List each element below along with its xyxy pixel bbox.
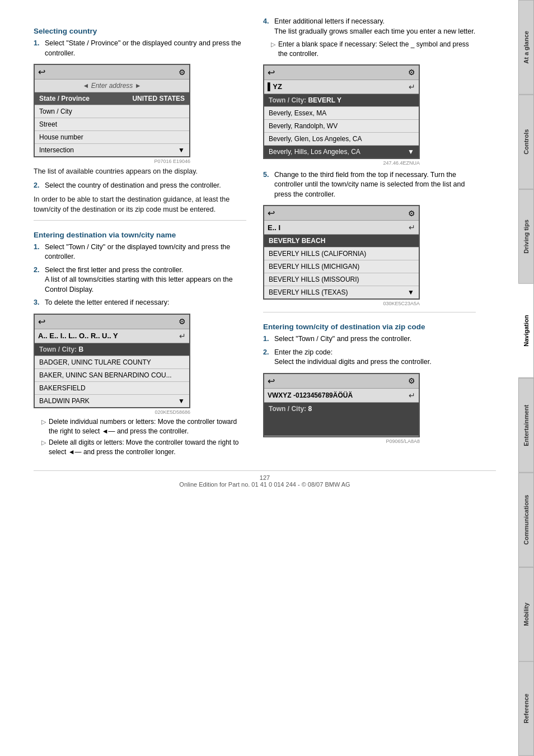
town-city-row[interactable]: Town / City	[35, 105, 189, 118]
enter-dest-step-2: 2. Select the first letter and press the…	[34, 265, 246, 295]
tab-controls[interactable]: Controls	[518, 95, 534, 189]
back-icon[interactable]: ↩	[38, 67, 45, 77]
section-divider-2	[263, 312, 476, 312]
zip-entry-box: ↩ ⚙ VWXYZ -0123456789ÄÖÜÄ ↵ Town / City:…	[263, 373, 420, 437]
beverly-randolph-row[interactable]: Beverly, Randolph, WV	[264, 120, 419, 133]
tab-mobility[interactable]: Mobility	[518, 567, 534, 662]
house-number-row[interactable]: House number	[35, 131, 189, 144]
settings-icon-5[interactable]: ⚙	[408, 376, 415, 385]
beverly-essex-row[interactable]: Beverly, Essex, MA	[264, 107, 419, 120]
beverly-search-box: ↩ ⚙ ▌YZ ↵ Town / City: BEVERL Y Beverly,…	[263, 64, 420, 159]
letter-input-row[interactable]: A.. E.. I.. L.. O.. R.. U.. Y ↵	[35, 329, 189, 343]
beverly-box-caption: 247.46.4EZNUA	[263, 160, 420, 166]
beverly-list-caption: 030KE5C23A5A	[263, 301, 420, 306]
selecting-step-1: 1. Select "State / Province" or the disp…	[34, 39, 246, 58]
badger-row[interactable]: BADGER, UNINC TULARE COUNTY	[35, 356, 189, 369]
selecting-country-heading: Selecting country	[34, 27, 246, 35]
settings-icon-4[interactable]: ⚙	[408, 209, 415, 218]
baker-row[interactable]: BAKER, UNINC SAN BERNARDINO COU...	[35, 369, 189, 382]
page-footer: 127 Online Edition for Part no. 01 41 0 …	[34, 470, 496, 488]
settings-icon[interactable]: ⚙	[179, 68, 186, 77]
countries-note: The list of available countries appears …	[34, 166, 246, 176]
beverl-y-row: Town / City: BEVERL Y	[264, 94, 419, 107]
tab-driving-tips[interactable]: Driving tips	[518, 189, 534, 284]
zip-step-2: 2. Enter the zip code:Select the individ…	[263, 348, 476, 367]
destination-note: In order to be able to start the destina…	[34, 194, 246, 214]
selecting-country-step2: 2. Select the country of destination and…	[34, 181, 246, 191]
letter-select-box: ↩ ⚙ A.. E.. I.. L.. O.. R.. U.. Y ↵ Town…	[34, 314, 190, 408]
delete-bullet-2: ▷ Delete all digits or letters: Move the…	[41, 438, 246, 457]
delete-bullets: ▷ Delete individual numbers or letters: …	[41, 417, 246, 457]
entering-destination-steps: 1. Select "Town / City" or the displayed…	[34, 242, 246, 308]
state-province-row[interactable]: State / Province UNITED STATES	[35, 92, 189, 105]
zip-town-row: Town / City: 8	[264, 403, 419, 436]
zip-input-row[interactable]: VWXYZ -0123456789ÄÖÜÄ ↵	[264, 389, 419, 403]
selecting-country-steps: 1. Select "State / Province" or the disp…	[34, 39, 246, 58]
step4-list: 4. Enter additional letters if necessary…	[263, 17, 476, 36]
beverly-header: ↩ ⚙	[264, 66, 419, 80]
settings-icon-2[interactable]: ⚙	[179, 317, 186, 326]
entering-destination-heading: Entering destination via town/city name	[34, 231, 246, 239]
left-column: Selecting country 1. Select "State / Pro…	[34, 17, 246, 459]
enter-dest-step-3: 3. To delete the letter entered if neces…	[34, 298, 246, 308]
beverly-glen-row[interactable]: Beverly, Glen, Los Angeles, CA	[264, 133, 419, 146]
tab-entertainment[interactable]: Entertainment	[518, 378, 534, 473]
intersection-row[interactable]: Intersection ▼	[35, 144, 189, 156]
section-divider	[34, 220, 246, 221]
zip-step-1: 1. Select "Town / City" and press the co…	[263, 334, 476, 344]
back-icon-4[interactable]: ↩	[268, 208, 275, 218]
tab-reference[interactable]: Reference	[518, 661, 534, 756]
enter-address-title: ◄ Enter address ►	[35, 80, 189, 92]
step4-bullet: ▷ Enter a blank space if necessary: Sele…	[271, 40, 476, 59]
zip-box-caption: P09065/LA8A8	[263, 438, 420, 444]
back-icon-5[interactable]: ↩	[268, 376, 275, 386]
baldwin-row[interactable]: BALDWIN PARK ▼	[35, 395, 189, 407]
entering-zip-steps: 1. Select "Town / City" and press the co…	[263, 334, 476, 367]
beverly-input-row[interactable]: ▌YZ ↵	[264, 80, 419, 94]
footer-text: Online Edition for Part no. 01 41 0 014 …	[179, 481, 350, 488]
zip-header: ↩ ⚙	[264, 374, 419, 389]
delete-bullet-1: ▷ Delete individual numbers or letters: …	[41, 417, 246, 436]
letter-box-caption: 020KE5D58686	[34, 409, 190, 415]
right-column: 4. Enter additional letters if necessary…	[263, 17, 476, 459]
beverly-beach-row[interactable]: BEVERLY BEACH	[264, 235, 419, 248]
beverly-hills-la-row[interactable]: Beverly, Hills, Los Angeles, CA ▼	[264, 146, 419, 158]
page-number: 127	[260, 474, 270, 481]
bakersfield-row[interactable]: BAKERSFIELD	[35, 382, 189, 395]
step-5: 5. Change to the third field from the to…	[263, 170, 476, 200]
tab-at-a-glance[interactable]: At a glance	[518, 0, 534, 95]
step-4: 4. Enter additional letters if necessary…	[263, 17, 476, 36]
main-content: Selecting country 1. Select "State / Pro…	[0, 0, 518, 756]
street-row[interactable]: Street	[35, 118, 189, 131]
back-icon-2[interactable]: ↩	[38, 316, 45, 327]
back-icon-3[interactable]: ↩	[268, 67, 275, 78]
beverly-list-box: ↩ ⚙ E.. I ↵ BEVERLY BEACH BEVERLY HILLS …	[263, 205, 420, 300]
beverly-hills-ca-row[interactable]: BEVERLY HILLS (CALIFORNIA)	[264, 248, 419, 260]
step5-list: 5. Change to the third field from the to…	[263, 170, 476, 200]
enter-dest-step-1: 1. Select "Town / City" or the displayed…	[34, 242, 246, 262]
blank-space-bullet: ▷ Enter a blank space if necessary: Sele…	[271, 40, 476, 59]
entering-zip-heading: Entering town/city of destination via zi…	[263, 323, 476, 331]
settings-icon-3[interactable]: ⚙	[408, 68, 415, 77]
beverly-hills-tx-row[interactable]: BEVERLY HILLS (TEXAS) ▼	[264, 286, 419, 298]
tab-navigation[interactable]: Navigation	[518, 283, 534, 378]
tab-communications[interactable]: Communications	[518, 473, 534, 567]
address-menu-box: ↩ ⚙ ◄ Enter address ► State / Province U…	[34, 64, 190, 157]
town-city-b-row: Town / City: B	[35, 343, 189, 356]
address-menu-header: ↩ ⚙	[35, 65, 189, 80]
beverly-hills-mi-row[interactable]: BEVERLY HILLS (MICHIGAN)	[264, 260, 419, 273]
beverly-hills-mo-row[interactable]: BEVERLY HILLS (MISSOURI)	[264, 273, 419, 286]
letter-select-header: ↩ ⚙	[35, 315, 189, 329]
side-tabs: At a glance Controls Driving tips Naviga…	[518, 0, 534, 756]
selecting-step-2: 2. Select the country of destination and…	[34, 181, 246, 191]
address-box-caption: P07016 E19046	[34, 158, 190, 164]
beverly-list-header: ↩ ⚙	[264, 206, 419, 221]
beverly-list-input[interactable]: E.. I ↵	[264, 221, 419, 235]
